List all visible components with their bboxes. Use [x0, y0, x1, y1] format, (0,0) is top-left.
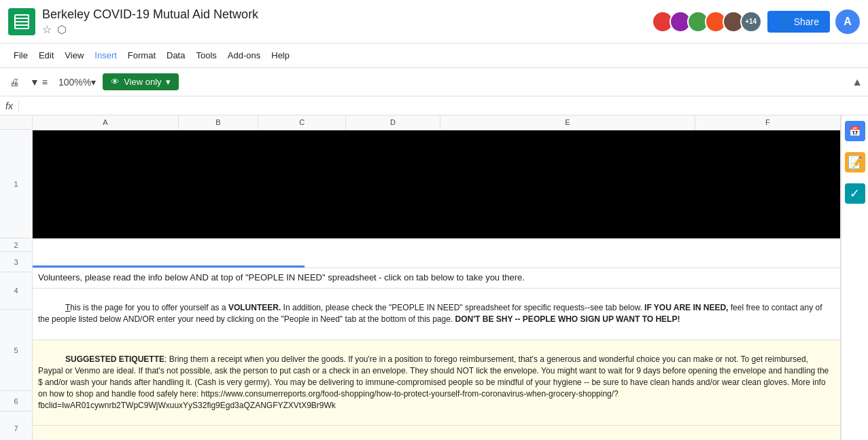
- zoom-button[interactable]: 100%% ▾: [54, 74, 100, 90]
- col-header-b[interactable]: B: [178, 115, 258, 130]
- right-area: +14 👤 Share A: [652, 10, 860, 34]
- row-numbers: 1 2 3 4 5 6 7: [0, 115, 33, 440]
- menu-help[interactable]: Help: [266, 48, 295, 63]
- notes-sidebar-icon[interactable]: 📝: [845, 152, 865, 172]
- row-num-3: 3: [0, 252, 32, 272]
- table-row: SUGGESTED ETIQUETTE: Bring them a receip…: [33, 340, 841, 426]
- menu-view[interactable]: View: [59, 48, 89, 63]
- formula-bar: fx: [0, 96, 868, 115]
- zoom-value: 100%: [58, 77, 83, 88]
- main-content: 1 2 3 4 5 6 7 A B C D E F: [0, 115, 868, 440]
- col-header-c[interactable]: C: [258, 115, 345, 130]
- row1-image-cell: [33, 130, 841, 238]
- row-num-2: 2: [0, 238, 32, 252]
- share-label: Share: [794, 16, 819, 27]
- menu-format[interactable]: Format: [122, 48, 161, 63]
- menu-data[interactable]: Data: [161, 48, 190, 63]
- row-number-header: [0, 115, 32, 130]
- formula-divider: [18, 100, 19, 112]
- tasks-sidebar-icon[interactable]: ✓: [845, 183, 865, 204]
- collab-overflow[interactable]: +14: [740, 11, 762, 33]
- row4-dont-bold: DON'T BE SHY -- PEOPLE WHO SIGN UP WANT …: [455, 314, 680, 324]
- fx-label: fx: [5, 100, 13, 111]
- title-icons: ☆ ⬡: [42, 23, 652, 36]
- table-row: Volunteers, please read the info below A…: [33, 268, 841, 288]
- menu-insert[interactable]: Insert: [89, 48, 122, 63]
- row5-cell: SUGGESTED ETIQUETTE: Bring them a receip…: [33, 340, 841, 426]
- table-row: [33, 238, 841, 268]
- table-row: This is the page for you to offer yourse…: [33, 288, 841, 340]
- row3-cell: Volunteers, please read the info below A…: [33, 268, 841, 288]
- row-num-4: 4: [0, 272, 32, 310]
- row4-volunteer-bold: VOLUNTEER.: [228, 303, 281, 312]
- col-header-e[interactable]: E: [440, 115, 695, 130]
- menu-edit[interactable]: Edit: [33, 48, 59, 63]
- row-num-6: 6: [0, 391, 32, 411]
- row4-cell: This is the page for you to offer yourse…: [33, 288, 841, 340]
- table-row: NOTE: Please respect the personal inform…: [33, 426, 841, 440]
- row6-cell: NOTE: Please respect the personal inform…: [33, 426, 841, 440]
- row4-text-main: his is the page for you to offer yoursel…: [70, 303, 228, 312]
- menu-file[interactable]: File: [8, 48, 33, 63]
- col-header-d[interactable]: D: [345, 115, 440, 130]
- row2-cell: [33, 238, 841, 268]
- row-num-1: 1: [0, 130, 32, 238]
- doc-title: Berkeley COVID-19 Mutual Aid Network: [42, 7, 652, 22]
- doc-title-area: Berkeley COVID-19 Mutual Aid Network ☆ ⬡: [42, 7, 652, 36]
- star-icon[interactable]: ☆: [42, 23, 52, 36]
- grid-container: A B C D E F: [33, 115, 841, 440]
- top-bar: Berkeley COVID-19 Mutual Aid Network ☆ ⬡…: [0, 0, 868, 43]
- share-button[interactable]: 👤 Share: [767, 11, 830, 33]
- row-num-7: 7: [0, 411, 32, 440]
- drive-icon[interactable]: ⬡: [57, 23, 67, 36]
- view-only-chevron: ▾: [166, 77, 171, 87]
- table-row: [33, 130, 841, 238]
- col-header-f[interactable]: F: [695, 115, 840, 130]
- menu-tools[interactable]: Tools: [190, 48, 222, 63]
- menu-bar: File Edit View Insert Format Data Tools …: [0, 43, 868, 68]
- col-header-a[interactable]: A: [33, 115, 178, 130]
- collab-avatars: +14: [652, 11, 762, 33]
- print-button[interactable]: 🖨: [5, 74, 23, 90]
- row5-suggested-bold: SUGGESTED ETIQUETTE: [65, 354, 164, 364]
- view-only-label: View only: [124, 77, 161, 87]
- app-icon: [8, 8, 35, 35]
- user-avatar[interactable]: A: [835, 10, 860, 34]
- row-num-5: 5: [0, 310, 32, 391]
- zoom-chevron: ▾: [91, 77, 96, 88]
- column-header-row: A B C D E F: [33, 115, 841, 130]
- view-only-icon: 👁: [111, 77, 120, 87]
- share-icon: 👤: [778, 16, 790, 27]
- calendar-sidebar-icon[interactable]: 📅: [845, 121, 865, 141]
- filter-button[interactable]: ▼ ≡: [26, 74, 52, 90]
- right-sidebar: 📅 📝 ✓: [841, 115, 868, 440]
- collapse-button[interactable]: ▲: [852, 76, 863, 88]
- menu-addons[interactable]: Add-ons: [222, 48, 266, 63]
- row4-if-bold: IF YOU ARE IN NEED,: [644, 303, 728, 312]
- grid-table: A B C D E F: [33, 115, 841, 440]
- row4-text-rest: In addition, please check the "PEOPLE IN…: [281, 303, 644, 312]
- toolbar: 🖨 ▼ ≡ 100%% ▾ 👁 View only ▾ ▲: [0, 68, 868, 96]
- view-only-button[interactable]: 👁 View only ▾: [103, 73, 178, 90]
